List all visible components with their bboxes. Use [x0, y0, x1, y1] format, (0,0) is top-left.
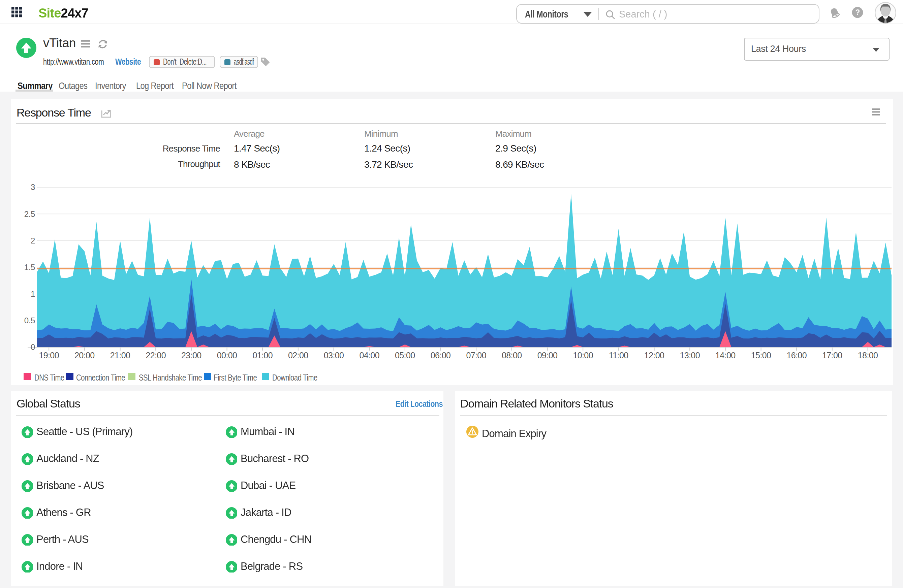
svg-text:1: 1	[31, 289, 35, 298]
svg-text:07:00: 07:00	[466, 351, 486, 360]
svg-text:0: 0	[31, 342, 35, 351]
svg-text:04:00: 04:00	[359, 351, 379, 360]
svg-text:03:00: 03:00	[324, 351, 344, 360]
svg-text:17:00: 17:00	[822, 351, 842, 360]
svg-text:22:00: 22:00	[146, 351, 166, 360]
svg-text:21:00: 21:00	[110, 351, 131, 360]
svg-text:2: 2	[31, 236, 35, 245]
svg-text:14:00: 14:00	[715, 351, 736, 360]
svg-text:20:00: 20:00	[74, 351, 95, 360]
svg-text:3: 3	[31, 182, 35, 191]
svg-text:00:00: 00:00	[217, 351, 237, 360]
svg-text:2.5: 2.5	[24, 210, 35, 219]
svg-text:0.5: 0.5	[24, 316, 35, 325]
svg-text:18:00: 18:00	[858, 351, 878, 360]
svg-text:12:00: 12:00	[644, 351, 664, 360]
svg-text:?: ?	[855, 8, 860, 17]
svg-text:19:00: 19:00	[39, 351, 59, 360]
svg-text:06:00: 06:00	[431, 351, 451, 360]
svg-text:16:00: 16:00	[787, 351, 807, 360]
svg-text:11:00: 11:00	[609, 351, 628, 360]
svg-text:13:00: 13:00	[680, 351, 700, 360]
svg-text:1.5: 1.5	[24, 263, 35, 272]
svg-text:10:00: 10:00	[573, 351, 593, 360]
svg-text:08:00: 08:00	[502, 351, 522, 360]
svg-text:02:00: 02:00	[288, 351, 308, 360]
svg-text:01:00: 01:00	[252, 351, 272, 360]
svg-text:09:00: 09:00	[537, 351, 558, 360]
svg-text:15:00: 15:00	[751, 351, 771, 360]
svg-text:23:00: 23:00	[181, 351, 201, 360]
svg-text:05:00: 05:00	[395, 351, 415, 360]
